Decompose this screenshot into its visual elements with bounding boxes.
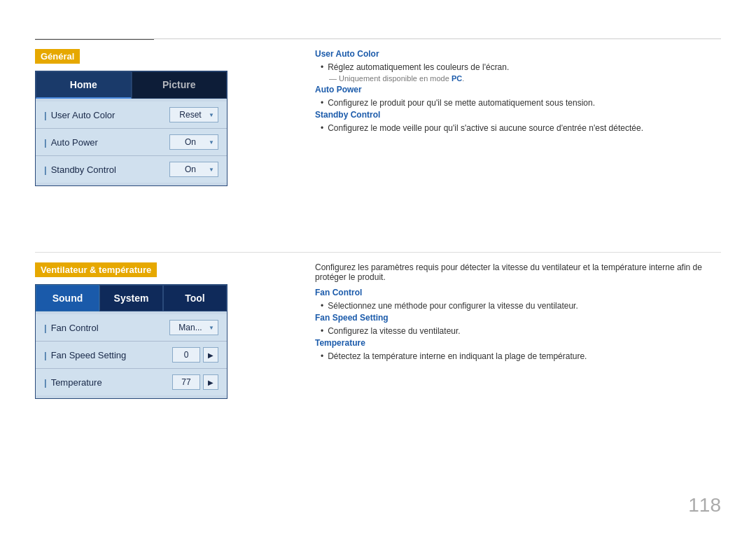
dropdown-fan-control[interactable]: Man...	[169, 320, 218, 335]
desc-fan-control: Fan Control Sélectionnez une méthode pou…	[315, 288, 721, 311]
dropdown-auto-power[interactable]: On	[169, 134, 218, 150]
section-divider	[35, 252, 721, 253]
tab-home[interactable]: Home	[36, 71, 132, 99]
label-auto-power: Auto Power	[44, 137, 98, 148]
ventilateur-header-wrap: Ventilateur & température	[35, 262, 227, 277]
general-descriptions: User Auto Color Réglez automatiquement l…	[315, 49, 721, 135]
tab-sound[interactable]: Sound	[36, 285, 99, 311]
desc-title-user-auto-color: User Auto Color	[315, 49, 721, 59]
desc-standby-control: Standby Control Configurez le mode veill…	[315, 110, 721, 133]
menu-item-user-auto-color: User Auto Color Reset	[36, 101, 227, 129]
desc-bullet-user-auto-color: Réglez automatiquement les couleurs de l…	[321, 62, 721, 72]
tab-picture[interactable]: Picture	[132, 71, 227, 99]
ventilateur-title: Ventilateur & température	[35, 262, 157, 277]
page-container: Général Home Picture User Auto Color Res…	[0, 0, 756, 534]
ventilateur-descriptions: Configurez les paramètres requis pour dé…	[315, 262, 721, 363]
general-tabs: Home Picture	[36, 71, 227, 99]
control-auto-power: On	[169, 134, 218, 150]
dropdown-standby-control[interactable]: On	[169, 162, 218, 177]
tab-system[interactable]: System	[99, 285, 163, 311]
desc-title-standby-control: Standby Control	[315, 110, 721, 120]
menu-item-fan-speed: Fan Speed Setting 0 ▶	[36, 342, 227, 369]
menu-item-fan-control: Fan Control Man...	[36, 314, 227, 342]
desc-temperature: Temperature Détectez la température inte…	[315, 338, 721, 361]
desc-bullet-fan-speed: Configurez la vitesse du ventilateur.	[321, 326, 721, 336]
ventilateur-section: Ventilateur & température Sound System T…	[35, 262, 227, 399]
desc-title-temperature: Temperature	[315, 338, 721, 348]
desc-bullet-auto-power: Configurez le produit pour qu'il se mett…	[321, 98, 721, 108]
label-fan-speed: Fan Speed Setting	[44, 350, 126, 360]
ventilateur-menu-panel: Sound System Tool Fan Control Man... Fan…	[35, 284, 227, 399]
tab-tool[interactable]: Tool	[163, 285, 227, 311]
value-fan-speed: 0	[172, 347, 200, 363]
control-user-auto-color: Reset	[169, 107, 218, 122]
ventilateur-intro: Configurez les paramètres requis pour dé…	[315, 262, 721, 282]
desc-sub-highlight: PC	[451, 74, 462, 83]
menu-item-standby-control: Standby Control On	[36, 156, 227, 183]
general-header: Général	[35, 49, 227, 64]
desc-bullet-temperature: Détectez la température interne en indiq…	[321, 351, 721, 361]
desc-title-fan-speed: Fan Speed Setting	[315, 313, 721, 323]
top-line	[35, 38, 721, 39]
general-menu-items: User Auto Color Reset Auto Power On Stan…	[36, 99, 227, 185]
desc-bullet-fan-control: Sélectionnez une méthode pour configurer…	[321, 301, 721, 311]
arrow-temperature[interactable]: ▶	[203, 374, 218, 390]
desc-title-auto-power: Auto Power	[315, 85, 721, 94]
desc-bullet-standby-control: Configurez le mode veille pour qu'il s'a…	[321, 123, 721, 133]
ventilateur-menu-items: Fan Control Man... Fan Speed Setting 0 ▶…	[36, 311, 227, 398]
general-title: Général	[35, 49, 80, 64]
control-fan-speed: 0 ▶	[172, 347, 218, 363]
desc-auto-power: Auto Power Configurez le produit pour qu…	[315, 85, 721, 108]
value-temperature: 77	[172, 374, 200, 390]
label-fan-control: Fan Control	[44, 323, 99, 333]
page-number: 118	[688, 494, 721, 517]
control-fan-control: Man...	[169, 320, 218, 335]
desc-user-auto-color: User Auto Color Réglez automatiquement l…	[315, 49, 721, 83]
ventilateur-tabs: Sound System Tool	[36, 285, 227, 311]
dropdown-user-auto-color[interactable]: Reset	[169, 107, 218, 122]
desc-title-fan-control: Fan Control	[315, 288, 721, 297]
label-user-auto-color: User Auto Color	[44, 110, 115, 120]
control-standby-control: On	[169, 162, 218, 177]
label-temperature: Temperature	[44, 377, 102, 388]
desc-sub-user-auto-color: — Uniquement disponible en mode PC.	[329, 74, 721, 83]
control-temperature: 77 ▶	[172, 374, 218, 390]
arrow-fan-speed[interactable]: ▶	[203, 347, 218, 363]
menu-item-auto-power: Auto Power On	[36, 129, 227, 156]
desc-fan-speed: Fan Speed Setting Configurez la vitesse …	[315, 313, 721, 336]
label-standby-control: Standby Control	[44, 164, 116, 175]
menu-item-temperature: Temperature 77 ▶	[36, 369, 227, 395]
general-section: Général Home Picture User Auto Color Res…	[35, 49, 227, 186]
general-menu-panel: Home Picture User Auto Color Reset Auto …	[35, 71, 227, 186]
